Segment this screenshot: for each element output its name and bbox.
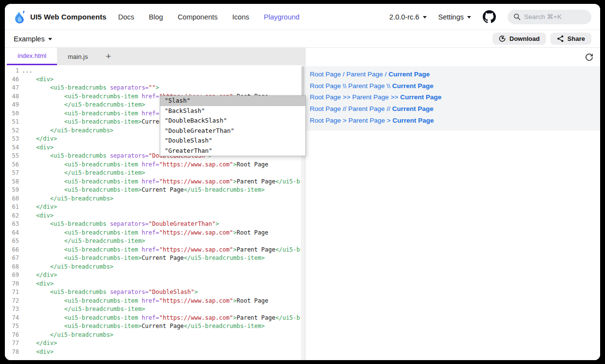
code-line: 78 <div> (7, 348, 301, 357)
toolbar-actions: Download Share (492, 33, 591, 45)
breadcrumb-link[interactable]: Root Page (310, 105, 341, 112)
nav-link-icons[interactable]: Icons (232, 13, 249, 21)
add-tab-button[interactable]: + (98, 48, 118, 65)
code-line: 61 </div> (7, 203, 301, 212)
breadcrumb-link[interactable]: Root Page (310, 82, 341, 90)
breadcrumb-link[interactable]: Parent Page (352, 93, 389, 101)
app-window: UI5 Web Components DocsBlogComponentsIco… (5, 4, 600, 360)
line-source: <ui5-breadcrumbs separators=""> (22, 84, 159, 92)
examples-label: Examples (14, 35, 45, 43)
download-label: Download (510, 35, 540, 42)
line-number: 1 (7, 67, 22, 75)
breadcrumb-link[interactable]: Parent Page (348, 82, 385, 90)
breadcrumb-link[interactable]: Parent Page (348, 105, 385, 112)
breadcrumb-separator: >> (389, 93, 400, 101)
search-input[interactable] (524, 13, 583, 20)
download-button[interactable]: Download (492, 33, 546, 45)
line-source: <div> (22, 280, 54, 289)
preview-topbar (305, 48, 600, 66)
line-number: 51 (7, 118, 22, 127)
line-source: ... (22, 67, 33, 75)
breadcrumb-current: Current Page (393, 117, 434, 124)
brand[interactable]: UI5 Web Components (14, 10, 107, 24)
line-number: 78 (7, 348, 22, 357)
nav-link-docs[interactable]: Docs (118, 13, 134, 21)
version-dropdown[interactable]: 2.0.0-rc.6 (389, 13, 426, 21)
line-number: 55 (7, 152, 22, 161)
chevron-down-icon (467, 16, 471, 18)
ui5-flame-logo-icon (14, 10, 26, 24)
code-line: 1... (7, 67, 301, 75)
autocomplete-option[interactable]: "GreaterThan" (160, 146, 305, 156)
line-source: </div> (22, 339, 57, 348)
preview-pane: Root Page / Parent Page / Current PageRo… (305, 48, 600, 360)
autocomplete-option[interactable]: "DoubleBackSlash" (160, 116, 305, 126)
tab-main-js[interactable]: main.js (57, 48, 98, 65)
line-number: 54 (7, 144, 22, 152)
line-source: </ui5-breadcrumbs-item> (22, 237, 145, 246)
github-link[interactable] (483, 10, 496, 23)
download-icon (499, 35, 506, 42)
sub-toolbar: Examples Download Shar (5, 30, 600, 48)
breadcrumb-link[interactable]: Parent Page (346, 71, 383, 78)
examples-dropdown[interactable]: Examples (14, 35, 52, 43)
line-source: <ui5-breadcrumbs-item href="https://www.… (22, 246, 301, 255)
autocomplete-option[interactable]: "BackSlash" (160, 106, 305, 116)
line-source: <ui5-breadcrumbs-item href="https://www.… (22, 178, 301, 186)
autocomplete-option[interactable]: "Slash" (160, 96, 305, 106)
breadcrumb: Root Page > Parent Page > Current Page (305, 114, 600, 126)
code-line: 59 <ui5-breadcrumbs-item>Current Page</u… (7, 186, 301, 195)
main-nav: DocsBlogComponentsIconsPlayground (118, 13, 300, 21)
line-number: 53 (7, 135, 22, 144)
breadcrumb-link[interactable]: Root Page (310, 71, 341, 78)
search-box[interactable] (508, 10, 591, 24)
autocomplete-option[interactable]: "DoubleSlash" (160, 136, 305, 146)
line-source: </div> (22, 271, 57, 280)
line-number: 72 (7, 297, 22, 306)
line-number: 59 (7, 186, 22, 195)
tab-index-html[interactable]: index.html (7, 48, 57, 65)
line-number: 71 (7, 288, 22, 297)
line-source: <ui5-breadcrumbs-item href="https://www.… (22, 314, 301, 323)
line-number: 74 (7, 314, 22, 323)
chevron-down-icon (423, 16, 427, 18)
code-line: 56 <ui5-breadcrumbs-item href="https://w… (7, 161, 301, 169)
line-number: 62 (7, 212, 22, 220)
code-line: 62 <div> (7, 212, 301, 220)
line-source: <div> (22, 212, 54, 220)
line-source: </div> (22, 135, 57, 144)
settings-label: Settings (438, 13, 464, 21)
top-header: UI5 Web Components DocsBlogComponentsIco… (5, 4, 600, 30)
refresh-button[interactable] (585, 53, 594, 62)
breadcrumb-link[interactable]: Parent Page (348, 117, 385, 124)
nav-link-components[interactable]: Components (178, 13, 218, 21)
code-line: 65 </ui5-breadcrumbs-item> (7, 237, 301, 246)
line-source: </ui5-breadcrumbs> (22, 127, 113, 135)
line-number: 47 (7, 84, 22, 92)
line-source: </ui5-breadcrumbs> (22, 195, 113, 203)
breadcrumb: Root Page / Parent Page / Current Page (305, 69, 600, 80)
autocomplete-option[interactable]: "DoubleGreaterThan" (160, 126, 305, 136)
settings-dropdown[interactable]: Settings (438, 13, 471, 21)
breadcrumb-current: Current Page (392, 82, 434, 90)
line-source: <ui5-breadcrumbs-item>Current Page</ui5-… (22, 186, 265, 195)
line-number: 48 (7, 92, 22, 101)
share-button[interactable]: Share (550, 33, 591, 45)
code-line: 57 </ui5-breadcrumbs-item> (7, 169, 301, 178)
share-label: Share (567, 35, 585, 42)
breadcrumb-current: Current Page (400, 93, 441, 101)
line-source: <ui5-breadcrumbs separators="DoubleGreat… (22, 220, 219, 229)
header-right: 2.0.0-rc.6 Settings (389, 10, 591, 24)
code-line: 60 </ui5-breadcrumbs> (7, 195, 301, 203)
editor-tabbar: index.htmlmain.js+ (7, 48, 305, 65)
line-source: <div> (22, 348, 54, 357)
line-number: 56 (7, 161, 22, 169)
breadcrumb: Root Page >> Parent Page >> Current Page (305, 91, 600, 103)
breadcrumb-link[interactable]: Root Page (310, 93, 341, 101)
code-line: 63 <ui5-breadcrumbs separators="DoubleGr… (7, 220, 301, 229)
nav-link-blog[interactable]: Blog (149, 13, 163, 21)
line-source: <div> (22, 75, 54, 84)
breadcrumb-link[interactable]: Root Page (310, 117, 341, 124)
autocomplete-popup: "Slash""BackSlash""DoubleBackSlash""Doub… (160, 95, 306, 156)
nav-link-playground[interactable]: Playground (264, 13, 300, 21)
